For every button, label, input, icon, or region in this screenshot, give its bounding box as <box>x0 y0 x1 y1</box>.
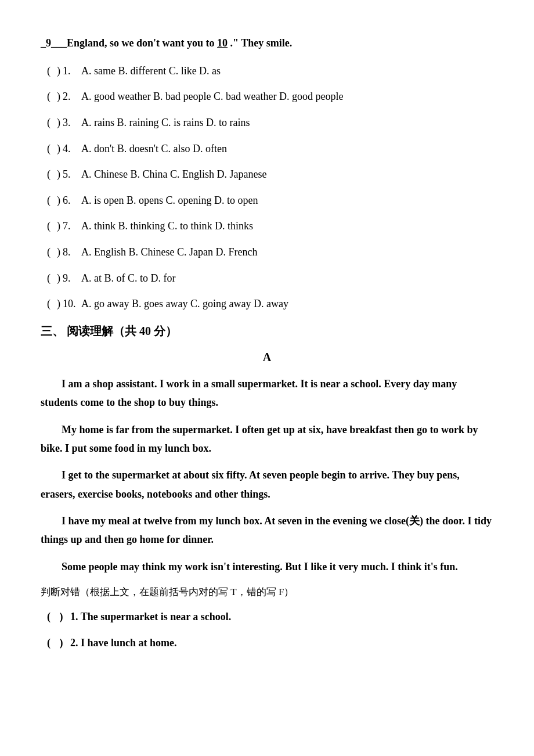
right-paren: ) <box>57 243 60 261</box>
section-3-title: 三、 阅读理解（共 40 分） <box>41 323 493 339</box>
header-line: _9___England, so we don't want you to 10… <box>41 35 493 52</box>
question-num: 6. <box>63 192 81 210</box>
questions-section: ( ) 1. A. same B. different C. like D. a… <box>41 62 493 313</box>
right-paren: ) <box>60 611 63 622</box>
question-row: ( ) 6. A. is open B. opens C. opening D.… <box>41 192 493 210</box>
right-paren: ) <box>57 295 60 313</box>
left-paren: ( <box>41 217 57 235</box>
judge-item-text: 2. I have lunch at home. <box>70 637 177 649</box>
question-options: A. think B. thinking C. to think D. thin… <box>81 217 253 235</box>
right-paren: ) <box>57 140 60 158</box>
question-num: 8. <box>63 243 81 261</box>
left-paren: ( <box>41 62 57 80</box>
passage-paragraph: My home is far from the supermarket. I o… <box>41 420 493 458</box>
question-row: ( ) 7. A. think B. thinking C. to think … <box>41 217 493 235</box>
left-paren: ( <box>41 608 57 626</box>
question-row: ( ) 9. A. at B. of C. to D. for <box>41 269 493 287</box>
question-row: ( ) 8. A. English B. Chinese C. Japan D.… <box>41 243 493 261</box>
question-options: A. rains B. raining C. is rains D. to ra… <box>81 114 250 132</box>
judge-row: ( ) 2. I have lunch at home. <box>41 634 493 652</box>
question-num: 10. <box>63 295 81 313</box>
left-paren: ( <box>41 140 57 158</box>
right-paren: ) <box>57 88 60 106</box>
question-options: A. same B. different C. like D. as <box>81 62 221 80</box>
question-options: A. at B. of C. to D. for <box>81 269 175 287</box>
passage-a-body: I am a shop assistant. I work in a small… <box>41 375 493 577</box>
right-paren: ) <box>57 114 60 132</box>
passage-paragraph: I have my meal at twelve from my lunch b… <box>41 512 493 549</box>
passage-paragraph: I get to the supermarket at about six fi… <box>41 466 493 503</box>
question-num: 1. <box>63 62 81 80</box>
left-paren: ( <box>41 88 57 106</box>
question-num: 3. <box>63 114 81 132</box>
left-paren: ( <box>41 269 57 287</box>
left-paren: ( <box>41 192 57 210</box>
passage-paragraph: Some people may think my work isn't inte… <box>41 557 493 576</box>
judge-items: ( ) 1. The supermarket is near a school.… <box>41 608 493 651</box>
question-options: A. good weather B. bad people C. bad wea… <box>81 88 343 106</box>
left-paren: ( <box>41 165 57 183</box>
question-num: 2. <box>63 88 81 106</box>
question-num: 7. <box>63 217 81 235</box>
question-options: A. English B. Chinese C. Japan D. French <box>81 243 257 261</box>
header-text-after: ." They smile. <box>228 37 292 49</box>
judge-instruction: 判断对错（根据上文，在题前括号内对的写 T，错的写 F） <box>41 584 493 600</box>
left-paren: ( <box>41 295 57 313</box>
question-options: A. don't B. doesn't C. also D. often <box>81 140 227 158</box>
passage-a-title: A <box>41 351 493 364</box>
right-paren: ) <box>57 217 60 235</box>
question-row: ( ) 2. A. good weather B. bad people C. … <box>41 88 493 106</box>
right-paren: ) <box>57 165 60 183</box>
right-paren: ) <box>57 62 60 80</box>
question-row: ( ) 3. A. rains B. raining C. is rains D… <box>41 114 493 132</box>
question-row: ( ) 5. A. Chinese B. China C. English D.… <box>41 165 493 183</box>
left-paren: ( <box>41 114 57 132</box>
header-text-before: _9___England, so we don't want you to <box>41 37 217 49</box>
question-num: 9. <box>63 269 81 287</box>
right-paren: ) <box>57 192 60 210</box>
judge-item-text: 1. The supermarket is near a school. <box>70 611 231 622</box>
question-row: ( ) 10. A. go away B. goes away C. going… <box>41 295 493 313</box>
right-paren: ) <box>60 637 63 649</box>
question-row: ( ) 1. A. same B. different C. like D. a… <box>41 62 493 80</box>
passage-paragraph: I am a shop assistant. I work in a small… <box>41 375 493 412</box>
question-num: 5. <box>63 165 81 183</box>
header-underline: 10 <box>217 37 228 49</box>
left-paren: ( <box>41 634 57 652</box>
question-row: ( ) 4. A. don't B. doesn't C. also D. of… <box>41 140 493 158</box>
judge-row: ( ) 1. The supermarket is near a school. <box>41 608 493 626</box>
left-paren: ( <box>41 243 57 261</box>
question-num: 4. <box>63 140 81 158</box>
question-options: A. Chinese B. China C. English D. Japane… <box>81 165 266 183</box>
question-options: A. go away B. goes away C. going away D.… <box>81 295 288 313</box>
question-options: A. is open B. opens C. opening D. to ope… <box>81 192 258 210</box>
right-paren: ) <box>57 269 60 287</box>
